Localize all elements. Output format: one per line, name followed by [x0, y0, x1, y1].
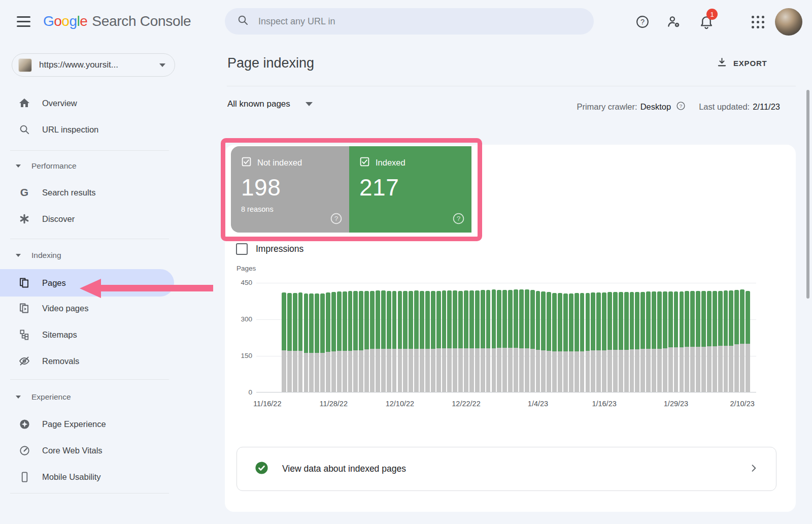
- phone-icon: [18, 471, 31, 483]
- bar-not-indexed: [481, 348, 485, 392]
- sidebar-item-video-pages[interactable]: Video pages: [0, 295, 174, 321]
- bar-not-indexed: [502, 348, 507, 392]
- bar-indexed: [409, 291, 413, 349]
- bar-not-indexed: [740, 344, 745, 392]
- bar-indexed: [464, 290, 468, 348]
- property-selector[interactable]: https://www.yoursit...: [12, 53, 175, 77]
- check-circle-icon: [254, 461, 269, 477]
- bar-not-indexed: [514, 348, 518, 392]
- view-indexed-data-banner[interactable]: View data about indexed pages: [236, 447, 776, 491]
- sidebar-item-overview[interactable]: Overview: [0, 90, 174, 116]
- checked-checkbox-icon[interactable]: [359, 156, 370, 169]
- card-not-indexed[interactable]: Not indexed 198 8 reasons ?: [231, 146, 349, 233]
- bar-not-indexed: [586, 351, 590, 392]
- sidebar-item-search-results[interactable]: G Search results: [0, 179, 174, 206]
- bar-not-indexed: [635, 349, 639, 392]
- bar-not-indexed: [282, 350, 286, 392]
- bar-not-indexed: [497, 348, 501, 392]
- bar-not-indexed: [447, 348, 452, 392]
- bar-indexed: [541, 291, 546, 350]
- bar-not-indexed: [370, 349, 375, 392]
- section-performance[interactable]: Performance: [0, 158, 77, 174]
- sidebar-item-url-inspection[interactable]: URL inspection: [0, 116, 174, 143]
- bar-indexed: [486, 290, 491, 348]
- unchecked-checkbox-icon[interactable]: [236, 243, 248, 255]
- google-apps-grid-icon[interactable]: [750, 14, 765, 29]
- sidebar-item-sitemaps[interactable]: Sitemaps: [0, 321, 174, 348]
- bar-indexed: [337, 291, 342, 351]
- sidebar-item-label: Page Experience: [42, 419, 106, 429]
- bar-indexed: [519, 289, 524, 348]
- section-experience[interactable]: Experience: [0, 389, 71, 405]
- checked-checkbox-icon[interactable]: [241, 156, 252, 169]
- topbar: Google Search Console ? 1: [0, 0, 812, 43]
- bar-indexed: [320, 293, 325, 353]
- bar-not-indexed: [536, 350, 540, 392]
- bar-not-indexed: [663, 348, 667, 392]
- bar-indexed: [734, 290, 739, 344]
- bar-indexed: [680, 291, 684, 347]
- card-indexed[interactable]: Indexed 217 ?: [349, 146, 471, 233]
- help-circle-icon[interactable]: ?: [676, 101, 686, 113]
- bar-indexed: [508, 290, 513, 348]
- section-label: Performance: [31, 161, 77, 171]
- sidebar-item-page-experience[interactable]: Page Experience: [0, 411, 174, 437]
- x-tick-label: 11/28/22: [320, 400, 348, 408]
- page-filter-dropdown[interactable]: All known pages: [227, 99, 313, 109]
- bar-not-indexed: [602, 350, 606, 392]
- vertical-scrollbar[interactable]: [806, 90, 809, 299]
- bar-indexed: [707, 291, 712, 346]
- bar-not-indexed: [640, 349, 645, 392]
- bar-indexed: [469, 290, 474, 348]
- section-indexing[interactable]: Indexing: [0, 248, 61, 263]
- bar-indexed: [458, 291, 463, 348]
- section-label: Experience: [31, 392, 71, 402]
- bar-not-indexed: [574, 351, 579, 392]
- search-input[interactable]: [258, 16, 563, 27]
- help-circle-icon[interactable]: ?: [330, 212, 343, 227]
- card-value: 217: [359, 174, 471, 201]
- export-label: EXPORT: [733, 59, 767, 68]
- gridline: [256, 392, 756, 392]
- bar-not-indexed: [607, 350, 612, 392]
- url-inspect-searchbar[interactable]: [225, 8, 594, 35]
- sidebar-item-core-web-vitals[interactable]: Core Web Vitals: [0, 437, 174, 464]
- app-logo[interactable]: Google Search Console: [43, 13, 191, 29]
- x-tick-label: 2/10/23: [730, 400, 754, 408]
- account-avatar[interactable]: [775, 8, 802, 36]
- logo-google: Google: [43, 13, 87, 29]
- bar-not-indexed: [729, 346, 733, 392]
- bar-indexed: [343, 291, 347, 351]
- help-icon[interactable]: ?: [635, 14, 650, 29]
- bar-indexed: [668, 291, 673, 347]
- bar-indexed: [414, 290, 419, 348]
- eye-off-icon: [18, 355, 31, 367]
- help-circle-icon[interactable]: ?: [452, 212, 465, 227]
- bar-not-indexed: [680, 347, 684, 392]
- bar-not-indexed: [652, 349, 656, 392]
- bar-indexed: [525, 289, 529, 348]
- bar-indexed: [552, 293, 557, 351]
- bar-not-indexed: [343, 351, 347, 392]
- card-value: 198: [241, 174, 349, 201]
- bar-indexed: [713, 291, 717, 346]
- chevron-down-icon: [159, 63, 165, 67]
- bar-indexed: [326, 292, 330, 352]
- impressions-checkbox[interactable]: Impressions: [236, 243, 303, 255]
- y-axis-title: Pages: [236, 265, 256, 272]
- bar-indexed: [364, 291, 369, 349]
- bar-not-indexed: [442, 348, 447, 392]
- sidebar-item-label: URL inspection: [42, 125, 98, 135]
- sidebar-item-discover[interactable]: Discover: [0, 206, 174, 232]
- user-settings-icon[interactable]: [666, 14, 682, 29]
- sidebar-item-mobile-usability[interactable]: Mobile Usability: [0, 464, 174, 490]
- bar-not-indexed: [613, 350, 618, 392]
- svg-text:?: ?: [640, 18, 645, 26]
- bar-indexed: [431, 291, 435, 349]
- sidebar-item-removals[interactable]: Removals: [0, 348, 174, 374]
- export-button[interactable]: EXPORT: [717, 57, 767, 70]
- hamburger-menu-icon[interactable]: [17, 16, 30, 27]
- last-updated: Last updated: 2/11/23: [699, 102, 780, 112]
- bar-not-indexed: [359, 350, 363, 392]
- bar-indexed: [580, 293, 585, 351]
